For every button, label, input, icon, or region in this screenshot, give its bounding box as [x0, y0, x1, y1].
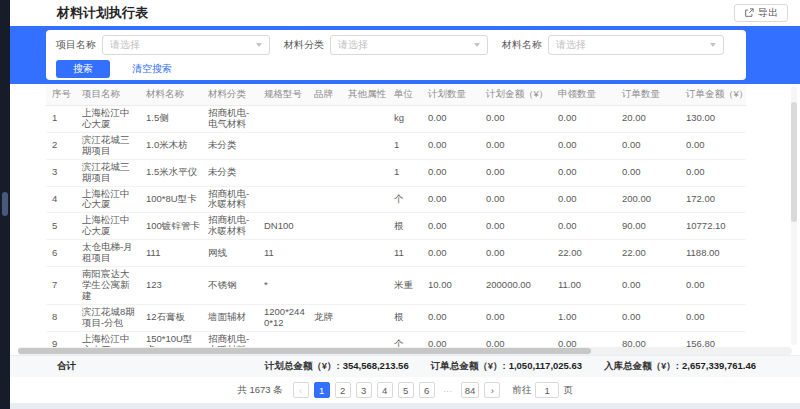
table-cell: 上海松江中心大厦	[76, 213, 140, 240]
table-cell	[342, 304, 388, 331]
table-row[interactable]: 1上海松江中心大厦1.5侧招商机电-电气材料kg0.000.000.0020.0…	[46, 106, 746, 133]
table-row[interactable]: 9上海松江中心大厦150*10U型卡招商机电-水暖材料个0.000.000.00…	[46, 331, 746, 347]
pager-total-count: 共 1673 条	[237, 384, 282, 397]
horizontal-scrollbar[interactable]	[18, 347, 792, 355]
planned-total-value: 354,568,213.56	[343, 360, 409, 373]
project-name-select[interactable]: 请选择	[102, 35, 270, 55]
table-row[interactable]: 5上海松江中心大厦100镀锌管卡招商机电-水暖材料DN100根0.000.000…	[46, 213, 746, 240]
vertical-scrollbar-thumb[interactable]	[791, 102, 797, 222]
table-cell: kg	[388, 106, 422, 133]
table-cell: 0.00	[680, 304, 746, 331]
planned-total-label: 计划总金额（¥）:	[265, 360, 340, 373]
table-cell	[308, 267, 342, 305]
pager-page-84[interactable]: 84	[461, 382, 480, 398]
page-jump-input[interactable]	[535, 382, 559, 398]
select-placeholder: 请选择	[110, 38, 140, 52]
search-button[interactable]: 搜索	[56, 60, 110, 78]
column-header: 项目名称	[76, 84, 140, 106]
table-row[interactable]: 2滨江花城三期项目1.0米木枋未分类10.000.000.000.000.00	[46, 132, 746, 159]
table-cell: 8	[46, 304, 76, 331]
table-cell: 2	[46, 132, 76, 159]
column-header: 计划数量	[422, 84, 480, 106]
table-cell: *	[258, 267, 308, 305]
table-cell: 不锈钢	[202, 267, 258, 305]
table-cell: 0.00	[552, 159, 616, 186]
table-cell: 3	[46, 159, 76, 186]
table-cell: 10772.10	[680, 213, 746, 240]
table-cell: 滨江花城8期项目-分包	[76, 304, 140, 331]
table-row[interactable]: 6太仓电梯-月租项目111网线11110.000.0022.0022.00118…	[46, 240, 746, 267]
pager-page-5[interactable]: 5	[398, 382, 414, 398]
table-row[interactable]: 3滨江花城三期项目1.5米水平仪未分类10.000.000.000.000.00	[46, 159, 746, 186]
table-cell	[342, 159, 388, 186]
table-cell	[342, 331, 388, 347]
table-cell	[308, 106, 342, 133]
inbound-total-label: 入库总金额（¥）:	[604, 360, 679, 373]
table-cell: 130.00	[680, 106, 746, 133]
pager-page-1[interactable]: 1	[314, 382, 330, 398]
jump-suffix-label: 页	[563, 384, 573, 397]
table-cell: 111	[140, 240, 202, 267]
table-row[interactable]: 4上海松江中心大厦100*8U型卡招商机电-水暖材料个0.000.000.002…	[46, 186, 746, 213]
pager-page-3[interactable]: 3	[356, 382, 372, 398]
table-cell: 100镀锌管卡	[140, 213, 202, 240]
table-cell: 招商机电-水暖材料	[202, 331, 258, 347]
table-cell: 0.00	[552, 331, 616, 347]
column-header: 品牌	[308, 84, 342, 106]
planned-total-amount: 计划总金额（¥）: 354,568,213.56	[265, 360, 409, 373]
table-cell: 未分类	[202, 132, 258, 159]
table-cell: 0.00	[552, 213, 616, 240]
table-row[interactable]: 7南阳宸达大学生公寓新建123不锈钢*米重10.00200000.0011.00…	[46, 267, 746, 305]
export-icon	[744, 8, 754, 18]
column-header: 计划金额（¥）	[480, 84, 552, 106]
table-cell: 6	[46, 240, 76, 267]
pager-next-button[interactable]: ›	[484, 382, 500, 398]
table-cell: 0.00	[422, 159, 480, 186]
table-cell: 0.00	[422, 213, 480, 240]
pager-prev-button[interactable]: ‹	[293, 382, 309, 398]
jump-prefix-label: 前往	[512, 384, 531, 397]
table-cell: 太仓电梯-月租项目	[76, 240, 140, 267]
order-total-value: 1,050,117,025.63	[509, 360, 582, 373]
pager-page-2[interactable]: 2	[335, 382, 351, 398]
table-cell: 1.0米木枋	[140, 132, 202, 159]
table-cell: 0.00	[616, 159, 680, 186]
table-cell: 10.00	[422, 267, 480, 305]
table-row[interactable]: 8滨江花城8期项目-分包12石膏板墙面辅材1200*2440*12龙牌根0.00…	[46, 304, 746, 331]
material-name-select[interactable]: 请选择	[548, 35, 724, 55]
table-cell: 0.00	[680, 159, 746, 186]
horizontal-scrollbar-thumb[interactable]	[18, 348, 591, 354]
clear-search-button[interactable]: 清空搜索	[132, 62, 172, 76]
pager-page-4[interactable]: 4	[377, 382, 393, 398]
chevron-down-icon	[710, 43, 716, 47]
filter-label: 项目名称	[56, 38, 96, 52]
sidebar-expand-handle[interactable]	[2, 192, 8, 216]
table-cell: 南阳宸达大学生公寓新建	[76, 267, 140, 305]
pagination-bar: 共 1673 条 ‹ 123456···84 › 前往 页	[10, 377, 800, 403]
export-button[interactable]: 导出	[734, 4, 788, 22]
pager-ellipsis[interactable]: ···	[440, 382, 456, 398]
pager-page-6[interactable]: 6	[419, 382, 435, 398]
column-header: 申领数量	[552, 84, 616, 106]
material-category-select[interactable]: 请选择	[330, 35, 488, 55]
sidebar[interactable]	[0, 0, 10, 409]
table-cell: 0.00	[616, 267, 680, 305]
table-cell: 上海松江中心大厦	[76, 186, 140, 213]
table-cell: 1200*2440*12	[258, 304, 308, 331]
table-cell: 0.00	[480, 106, 552, 133]
column-header: 订单金额（¥）	[680, 84, 746, 106]
table-cell: 22.00	[552, 240, 616, 267]
page-jump: 前往 页	[512, 382, 573, 398]
table-cell	[258, 106, 308, 133]
table-cell: 未分类	[202, 159, 258, 186]
table-cell	[342, 132, 388, 159]
table-cell: 招商机电-水暖材料	[202, 213, 258, 240]
filter-band: 项目名称 请选择 材料分类 请选择 材料名称	[10, 26, 800, 84]
table-cell: 200.00	[616, 186, 680, 213]
table-cell: 7	[46, 267, 76, 305]
chevron-down-icon	[256, 43, 262, 47]
filter-label: 材料名称	[502, 38, 542, 52]
vertical-scrollbar[interactable]	[791, 86, 797, 345]
table-cell	[308, 132, 342, 159]
inbound-total-value: 2,657,339,761.46	[682, 360, 756, 373]
